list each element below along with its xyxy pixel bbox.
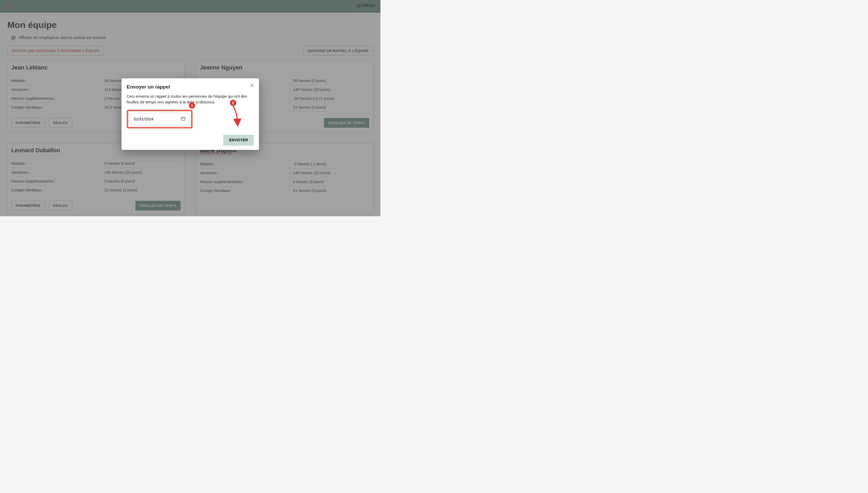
- annotation-callout-1: 1: [189, 102, 195, 109]
- annotation-arrow-icon: [231, 106, 241, 126]
- reminder-date-field[interactable]: [130, 113, 189, 125]
- send-button[interactable]: ENVOYER: [223, 135, 254, 145]
- date-highlight-annotation: [127, 110, 192, 128]
- close-icon[interactable]: [250, 83, 254, 88]
- send-reminder-modal: Envoyer un rappel Ceci enverra un rappel…: [122, 78, 259, 150]
- calendar-icon[interactable]: [181, 116, 186, 122]
- modal-title: Envoyer un rappel: [127, 84, 254, 90]
- modal-footer: ENVOYER: [127, 135, 254, 145]
- modal-overlay: Envoyer un rappel Ceci enverra un rappel…: [0, 0, 380, 216]
- svg-rect-10: [181, 117, 185, 121]
- reminder-date-input[interactable]: [134, 117, 170, 121]
- annotation-callout-2: 2: [230, 100, 236, 106]
